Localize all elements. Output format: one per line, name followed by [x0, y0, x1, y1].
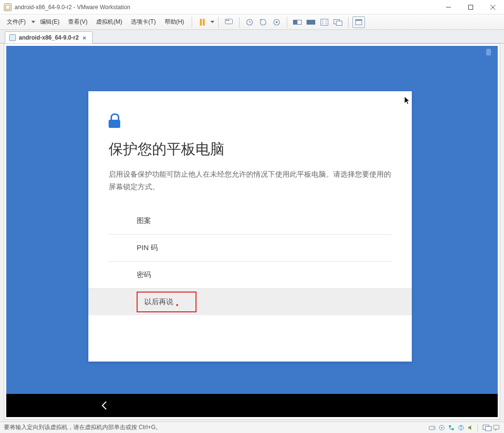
setup-title: 保护您的平板电脑: [109, 140, 392, 159]
setup-description: 启用设备保护功能可防止他人在未经您允许的情况下使用此平板电脑。请选择您要使用的屏…: [109, 168, 392, 193]
vm-tab-icon: [9, 34, 16, 41]
svg-rect-13: [321, 19, 328, 25]
menu-edit[interactable]: 编辑(E): [36, 16, 63, 28]
toolbar-separator: [348, 17, 349, 28]
menubar: 文件(F) 编辑(E) 查看(V) 虚拟机(M) 选项卡(T) 帮助(H): [0, 14, 504, 30]
option-later[interactable]: 以后再说: [88, 288, 412, 315]
window-close-button[interactable]: [482, 0, 504, 14]
menu-help[interactable]: 帮助(H): [161, 16, 188, 28]
menu-view[interactable]: 查看(V): [64, 16, 91, 28]
console-view-button[interactable]: [352, 16, 365, 28]
toolbar-separator: [192, 17, 192, 28]
nav-back-button[interactable]: [101, 401, 108, 410]
svg-rect-5: [226, 20, 227, 21]
statusbar-separator: [477, 424, 478, 432]
setup-card: 保护您的平板电脑 启用设备保护功能可防止他人在未经您允许的情况下使用此平板电脑。…: [88, 91, 412, 362]
unity-icon: [307, 20, 315, 25]
highlight-box: 以后再说: [137, 292, 196, 312]
menu-file[interactable]: 文件(F): [3, 16, 29, 28]
manage-snapshots-button[interactable]: [270, 16, 283, 28]
tabstrip: android-x86_64-9.0-r2 ×: [0, 30, 504, 43]
window-maximize-button[interactable]: [460, 0, 482, 14]
snapshot-button[interactable]: [243, 16, 256, 28]
status-message-icon[interactable]: [492, 424, 500, 432]
lock-icon: [109, 113, 120, 128]
vmware-app-icon: [4, 3, 12, 11]
option-password-label: 密码: [137, 270, 151, 279]
status-disk-icon[interactable]: [428, 424, 436, 432]
svg-point-17: [433, 427, 434, 428]
android-screen: 保护您的平板电脑 启用设备保护功能可防止他人在未经您允许的情况下使用此平板电脑。…: [6, 46, 498, 417]
console-icon: [355, 19, 362, 25]
keyboard-icon: [225, 19, 233, 26]
menu-vm[interactable]: 虚拟机(M): [92, 16, 126, 28]
statusbar-hint: 要将输入定向到该虚拟机，请在虚拟机内部单击或按 Ctrl+G。: [4, 423, 161, 432]
status-display-icon[interactable]: [483, 424, 490, 432]
clock-back-icon: [259, 18, 267, 26]
option-pin-label: PIN 码: [137, 243, 158, 252]
android-status-battery-icon: [486, 49, 491, 56]
display-unity-button[interactable]: [305, 16, 317, 28]
android-navbar: [6, 394, 498, 417]
lock-options-list: 图案 PIN 码 密码 以后再说: [109, 207, 392, 315]
option-pattern[interactable]: 图案: [109, 207, 392, 234]
option-password[interactable]: 密码: [109, 261, 392, 288]
svg-rect-16: [429, 426, 435, 430]
toolbar-separator: [239, 17, 239, 28]
window-title: android-x86_64-9.0-r2 - VMware Workstati…: [14, 4, 130, 11]
status-network-icon[interactable]: [448, 424, 455, 432]
window-minimize-button[interactable]: [437, 0, 460, 14]
highlight-dot-icon: [176, 304, 178, 306]
toolbar-separator: [287, 17, 287, 28]
dropdown-caret-icon: [31, 21, 35, 23]
clock-icon: [246, 18, 253, 26]
status-usb-icon[interactable]: [457, 424, 465, 432]
revert-snapshot-button[interactable]: [257, 16, 269, 28]
status-sound-icon[interactable]: [467, 424, 475, 432]
option-pin[interactable]: PIN 码: [109, 234, 392, 261]
toolbar-separator: [218, 17, 219, 28]
pause-icon: [200, 19, 205, 26]
clock-manage-icon: [273, 18, 280, 26]
option-later-label: 以后再说: [144, 297, 173, 306]
window-titlebar: android-x86_64-9.0-r2 - VMware Workstati…: [0, 0, 504, 14]
svg-rect-6: [228, 20, 229, 21]
pause-vm-button[interactable]: [196, 16, 209, 28]
single-monitor-icon: [293, 20, 302, 25]
option-pattern-label: 图案: [137, 216, 151, 225]
cycle-multiple-monitors-button[interactable]: [332, 16, 344, 28]
multi-monitor-icon: [334, 19, 342, 25]
vm-viewport[interactable]: 保护您的平板电脑 启用设备保护功能可防止他人在未经您允许的情况下使用此平板电脑。…: [4, 43, 500, 419]
fullscreen-button[interactable]: [318, 16, 331, 28]
status-cd-icon[interactable]: [438, 424, 446, 432]
svg-rect-21: [452, 428, 454, 430]
svg-rect-23: [493, 425, 499, 429]
vm-tab[interactable]: android-x86_64-9.0-r2 ×: [5, 31, 93, 43]
svg-rect-20: [449, 425, 451, 427]
tab-close-button[interactable]: ×: [82, 35, 87, 41]
send-ctrl-alt-del-button[interactable]: [223, 16, 235, 28]
svg-point-19: [441, 427, 443, 428]
chevron-left-icon: [101, 401, 108, 410]
svg-rect-1: [469, 5, 473, 9]
dropdown-caret-icon: [210, 21, 214, 23]
fullscreen-icon: [321, 19, 328, 26]
menu-tabs[interactable]: 选项卡(T): [127, 16, 159, 28]
svg-point-12: [276, 21, 278, 23]
statusbar: 要将输入定向到该虚拟机，请在虚拟机内部单击或按 Ctrl+G。: [0, 421, 504, 433]
display-single-button[interactable]: [291, 16, 304, 28]
vm-tab-label: android-x86_64-9.0-r2: [19, 34, 79, 41]
